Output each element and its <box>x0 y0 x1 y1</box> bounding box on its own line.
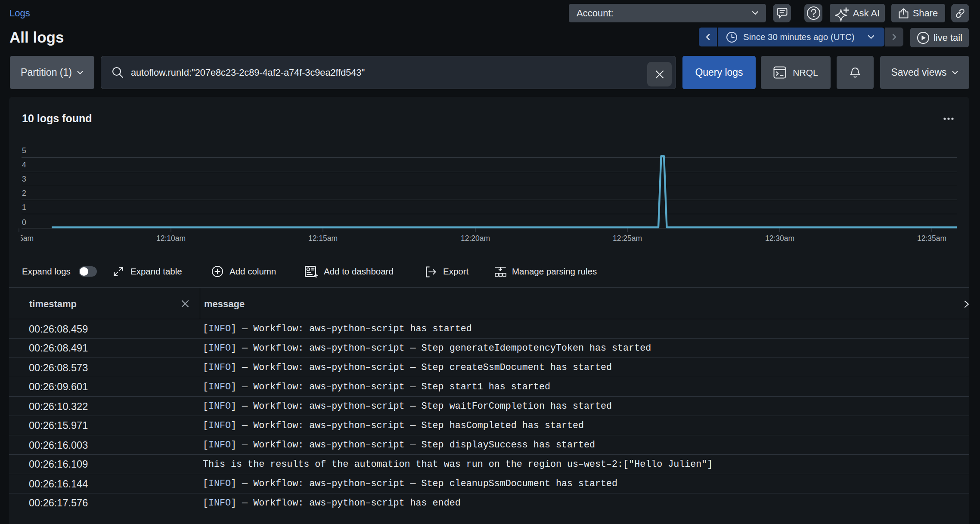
svg-text:12:30am: 12:30am <box>765 234 794 243</box>
svg-text:1: 1 <box>22 203 26 212</box>
svg-text:5: 5 <box>22 146 26 155</box>
svg-text:0: 0 <box>22 218 26 227</box>
svg-text:3: 3 <box>22 175 26 183</box>
svg-text:12:10am: 12:10am <box>156 234 186 243</box>
svg-text:12:15am: 12:15am <box>308 234 338 243</box>
svg-text:2: 2 <box>22 189 26 197</box>
svg-text:12:20am: 12:20am <box>461 234 490 243</box>
svg-text:12:35am: 12:35am <box>917 234 946 243</box>
svg-text:12:25am: 12:25am <box>613 234 642 243</box>
svg-text:4: 4 <box>22 160 26 169</box>
